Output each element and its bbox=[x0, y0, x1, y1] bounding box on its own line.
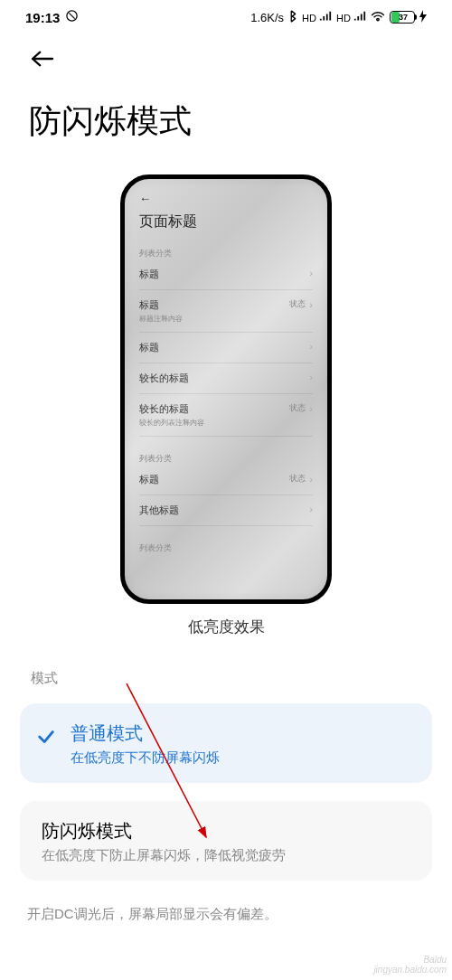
chevron-right-icon: › bbox=[309, 341, 313, 352]
dnd-icon bbox=[65, 9, 79, 25]
preview-section-label: 列表分类 bbox=[139, 542, 313, 554]
mode-option-antiflicker[interactable]: 防闪烁模式 在低亮度下防止屏幕闪烁，降低视觉疲劳 bbox=[20, 801, 432, 881]
chevron-right-icon: › bbox=[309, 474, 313, 485]
chevron-right-icon: › bbox=[309, 403, 313, 414]
mode-desc: 在低亮度下防止屏幕闪烁，降低视觉疲劳 bbox=[42, 847, 414, 864]
wifi-icon bbox=[371, 11, 385, 24]
preview-page-title: 页面标题 bbox=[139, 212, 313, 231]
footer-note: 开启DC调光后，屏幕局部显示会有偏差。 bbox=[0, 899, 452, 923]
mode-title: 防闪烁模式 bbox=[42, 819, 414, 843]
preview-caption: 低亮度效果 bbox=[0, 617, 452, 637]
chevron-right-icon: › bbox=[309, 268, 313, 278]
mode-section-label: 模式 bbox=[0, 637, 452, 703]
back-button[interactable] bbox=[0, 31, 452, 83]
status-left: 19:13 bbox=[25, 9, 79, 25]
preview-row: 标题 › bbox=[139, 333, 313, 363]
net-speed: 1.6K/s bbox=[250, 11, 284, 24]
preview-row: 其他标题 › bbox=[139, 495, 313, 526]
check-icon bbox=[36, 727, 56, 750]
preview-row: 较长的标题 较长的列表注释内容 状态› bbox=[139, 394, 313, 437]
phone-preview: ← 页面标题 列表分类 标题 › 标题 标题注释内容 状态› 标题 › 较长的标… bbox=[120, 174, 332, 604]
preview-row: 标题 状态› bbox=[139, 465, 313, 495]
charging-icon bbox=[419, 10, 427, 25]
preview-back-icon: ← bbox=[139, 192, 313, 205]
signal-2-icon: HD bbox=[336, 11, 366, 24]
status-time: 19:13 bbox=[25, 10, 60, 25]
chevron-right-icon: › bbox=[309, 372, 313, 382]
mode-title: 普通模式 bbox=[71, 721, 414, 746]
chevron-right-icon: › bbox=[309, 504, 313, 514]
mode-desc: 在低亮度下不防屏幕闪烁 bbox=[71, 749, 414, 767]
signal-1-icon: HD bbox=[302, 11, 332, 24]
page-title: 防闪烁模式 bbox=[0, 83, 452, 162]
preview-row: 标题 › bbox=[139, 259, 313, 290]
svg-line-1 bbox=[70, 13, 75, 18]
status-bar: 19:13 1.6K/s HD HD 37 bbox=[0, 0, 452, 31]
preview-row: 较长的标题 › bbox=[139, 363, 313, 394]
preview-section-label: 列表分类 bbox=[139, 453, 313, 465]
preview-section-label: 列表分类 bbox=[139, 248, 313, 259]
bluetooth-icon bbox=[288, 10, 297, 25]
chevron-right-icon: › bbox=[309, 299, 313, 310]
battery-icon: 37 bbox=[390, 11, 415, 24]
status-right: 1.6K/s HD HD 37 bbox=[250, 10, 427, 25]
mode-option-normal[interactable]: 普通模式 在低亮度下不防屏幕闪烁 bbox=[20, 703, 432, 783]
watermark: Baidujingyan.baidu.com bbox=[373, 955, 447, 975]
back-arrow-icon bbox=[29, 49, 56, 69]
preview-row: 标题 标题注释内容 状态› bbox=[139, 290, 313, 333]
